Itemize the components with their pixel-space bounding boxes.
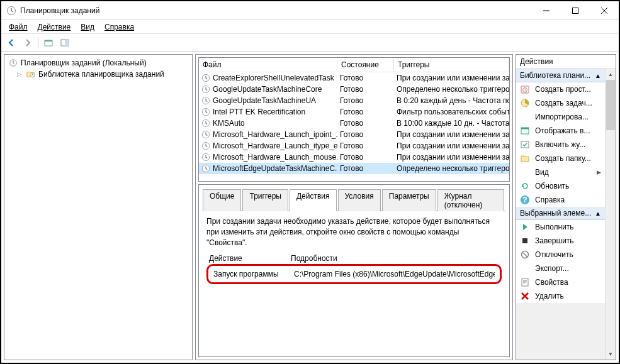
action-label: Завершить — [535, 236, 574, 245]
tab-params[interactable]: Параметры — [382, 189, 436, 211]
window-title: Планировщик заданий — [20, 6, 532, 15]
action-label: Отключить — [535, 250, 573, 259]
menu-action[interactable]: Действие — [33, 21, 76, 33]
action-item[interactable]: Свойства — [516, 275, 605, 289]
action-type: Запуск программы — [213, 270, 294, 279]
task-row[interactable]: Intel PTT EK RecertificationГотовоФильтр… — [199, 106, 509, 118]
stop-icon — [520, 236, 530, 246]
minimize-button[interactable] — [532, 1, 561, 20]
task-row[interactable]: GoogleUpdateTaskMachineUAГотовоВ 0:20 ка… — [199, 95, 509, 106]
toolbar-icon-1[interactable] — [41, 36, 56, 50]
task-trigger: При создании или изменении зад — [394, 153, 509, 162]
task-trigger: В 0:20 каждый день - Частота повт — [394, 96, 509, 105]
close-button[interactable] — [590, 1, 619, 20]
col-file[interactable]: Файл — [199, 58, 337, 72]
chevron-up-icon: ▲ — [595, 210, 601, 217]
blank-icon — [520, 112, 530, 122]
col-triggers[interactable]: Триггеры — [394, 58, 509, 72]
props-icon — [520, 277, 530, 287]
menu-file[interactable]: Файл — [4, 21, 33, 33]
action-item[interactable]: Отключить — [516, 248, 605, 262]
task-list: Файл Состояние Триггеры CreateExplorerSh… — [198, 57, 510, 182]
folder-icon — [520, 153, 530, 163]
highlighted-action-row[interactable]: Запуск программы C:\Program Files (x86)\… — [206, 264, 502, 284]
action-item[interactable]: Создать задач... — [516, 96, 605, 110]
help-icon: ? — [520, 195, 530, 205]
tree-child-label: Библиотека планировщика заданий — [38, 70, 164, 79]
svg-rect-1 — [573, 8, 578, 13]
action-group-1[interactable]: Библиотека плани... ▲ — [516, 69, 605, 82]
chevron-up-icon: ▲ — [595, 72, 601, 79]
action-label: Свойства — [535, 278, 568, 287]
action-item[interactable]: Завершить — [516, 234, 605, 248]
svg-rect-25 — [522, 238, 527, 243]
task-row[interactable]: Microsoft_Hardware_Launch_mouse...Готово… — [199, 152, 509, 163]
task-row[interactable]: KMSAutoГотовоВ 10:00 каждые 10 дн. - Час… — [199, 118, 509, 129]
action-col-details: Подробности — [291, 254, 499, 263]
task-row[interactable]: Microsoft_Hardware_Launch_itype_exeГотов… — [199, 140, 509, 152]
actions-title: Действия — [516, 55, 616, 69]
action-item[interactable]: Вид▶ — [516, 165, 605, 179]
tree-root[interactable]: Планировщик заданий (Локальный) — [7, 57, 189, 69]
action-item[interactable]: Выполнить — [516, 220, 605, 234]
tab-conditions[interactable]: Условия — [338, 189, 381, 211]
expand-icon[interactable]: ▷ — [17, 71, 23, 77]
task-row[interactable]: MicrosoftEdgeUpdateTaskMachineC...Готово… — [199, 163, 509, 174]
action-group-2[interactable]: Выбранный элеме... ▲ — [516, 207, 605, 220]
task-trigger: Фильтр пользовательских событий — [394, 108, 509, 116]
action-item[interactable]: Включить жу... — [516, 138, 605, 152]
scroll-down-button[interactable]: ▼ — [606, 349, 616, 360]
tree-panel: Планировщик заданий (Локальный) ▷ Библио… — [4, 54, 193, 360]
scroll-thumb[interactable] — [606, 80, 615, 130]
scroll-up-button[interactable]: ▲ — [606, 69, 616, 80]
task-name: CreateExplorerShellUnelevatedTask — [213, 74, 334, 82]
tab-triggers[interactable]: Триггеры — [242, 189, 288, 211]
task-state: Готово — [337, 108, 394, 116]
action-label: Вид — [535, 168, 549, 177]
action-item[interactable]: Импортирова... — [516, 110, 605, 124]
action-item[interactable]: Создать папку... — [516, 152, 605, 165]
task-name: MicrosoftEdgeUpdateTaskMachineC... — [213, 164, 337, 173]
task-name: KMSAuto — [213, 119, 245, 128]
tab-actions[interactable]: Действия — [290, 189, 337, 211]
task-name: GoogleUpdateTaskMachineUA — [213, 96, 316, 105]
task-name: Microsoft_Hardware_Launch_itype_exe — [213, 141, 337, 150]
task-row[interactable]: Microsoft_Hardware_Launch_ipoint_...Гото… — [199, 129, 509, 140]
tab-general[interactable]: Общие — [203, 189, 241, 211]
action-item[interactable]: Отображать в... — [516, 124, 605, 138]
menu-view[interactable]: Вид — [76, 21, 99, 33]
action-item[interactable]: Создать прост... — [516, 82, 605, 96]
tree-child[interactable]: ▷ Библиотека планировщика заданий — [7, 69, 189, 80]
menu-help[interactable]: Справка — [99, 21, 139, 33]
task-name: Microsoft_Hardware_Launch_mouse... — [213, 153, 337, 162]
app-icon — [6, 6, 16, 16]
action-item[interactable]: Обновить — [516, 179, 605, 193]
task-name: Intel PTT EK Recertification — [213, 108, 305, 116]
task-state: Готово — [337, 164, 394, 173]
back-button[interactable] — [4, 36, 19, 50]
action-path: C:\Program Files (x86)\Microsoft\EdgeUpd… — [294, 270, 495, 279]
col-state[interactable]: Состояние — [337, 58, 394, 72]
actions-panel: Действия Библиотека плани... ▲ Создать п… — [516, 54, 616, 360]
action-item[interactable]: Удалить — [516, 289, 605, 303]
task-state: Готово — [337, 153, 394, 162]
details-panel: Общие Триггеры Действия Условия Параметр… — [198, 184, 510, 357]
task-trigger: Определено несколько триггеров — [394, 85, 509, 94]
forward-button[interactable] — [20, 36, 35, 50]
svg-rect-3 — [45, 40, 52, 41]
task-row[interactable]: CreateExplorerShellUnelevatedTaskГотовоП… — [199, 72, 509, 84]
tab-journal[interactable]: Журнал (отключен) — [437, 189, 504, 211]
task-row[interactable]: GoogleUpdateTaskMachineCoreГотовоОпредел… — [199, 84, 509, 95]
task-trigger: В 10:00 каждые 10 дн. - Частота по — [394, 119, 509, 128]
scrollbar[interactable]: ▲ ▼ — [605, 69, 616, 360]
action-item[interactable]: Экспорт... — [516, 262, 605, 275]
action-label: Создать прост... — [535, 85, 591, 94]
pie-icon — [520, 98, 530, 108]
action-item[interactable]: ?Справка — [516, 193, 605, 207]
task-state: Готово — [337, 85, 394, 94]
toolbar-icon-2[interactable] — [57, 36, 72, 50]
action-label: Обновить — [535, 182, 569, 190]
clock-icon — [8, 58, 18, 67]
action-label: Создать папку... — [535, 154, 591, 163]
maximize-button[interactable] — [561, 1, 590, 20]
